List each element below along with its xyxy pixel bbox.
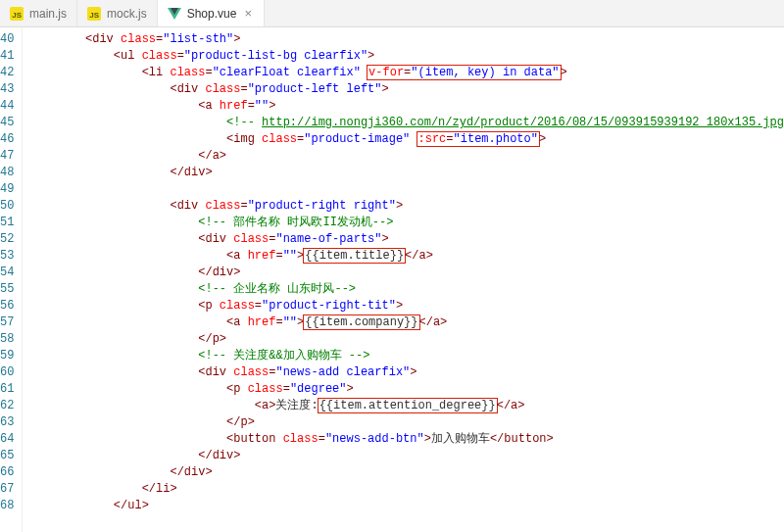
line-number: 57 <box>0 314 14 331</box>
token: "product-right right" <box>248 199 396 213</box>
code-line[interactable] <box>28 181 784 198</box>
js-file-icon: JS <box>87 7 101 21</box>
line-number: 44 <box>0 98 14 115</box>
line-number: 63 <box>0 414 14 431</box>
tab-shop-vue[interactable]: Shop.vue× <box>158 0 265 26</box>
close-icon[interactable]: × <box>242 6 254 21</box>
code-line[interactable]: <ul class="product-list-bg clearfix"> <box>28 48 784 65</box>
code-editor[interactable]: 4041424344454647484950515253545556575859… <box>0 27 784 532</box>
code-line[interactable]: <li class="clearFloat clearfix" v-for="(… <box>28 65 784 81</box>
token <box>240 315 247 329</box>
token: <button <box>226 432 275 446</box>
code-line[interactable]: </p> <box>28 331 784 348</box>
line-number: 66 <box>0 464 14 481</box>
code-line[interactable]: <img class="product-image" :src="item.ph… <box>28 131 784 148</box>
token: </ul> <box>114 499 149 512</box>
token: class <box>205 199 240 213</box>
token: <div <box>170 199 198 213</box>
code-line[interactable]: </div> <box>28 265 784 281</box>
token: </div> <box>198 266 240 279</box>
code-line[interactable]: <div class="product-left left"> <box>28 81 784 98</box>
token: > <box>269 99 275 113</box>
token: class <box>262 132 297 146</box>
code-line[interactable]: <p class="product-right-tit"> <box>28 298 784 314</box>
token: <a> <box>255 399 276 412</box>
token: <!-- 企业名称 山东时风--> <box>198 282 356 296</box>
token: <a <box>198 99 212 113</box>
token: </div> <box>198 449 240 462</box>
code-line[interactable]: </p> <box>28 414 784 431</box>
token: <div <box>198 232 226 246</box>
highlight-box: v-for="(item, key) in data" <box>367 65 561 80</box>
line-number: 53 <box>0 248 14 265</box>
line-number: 52 <box>0 231 14 248</box>
token: = <box>240 82 247 96</box>
code-line[interactable]: </div> <box>28 165 784 181</box>
code-line[interactable]: <div class="list-sth"> <box>28 31 784 48</box>
token: > <box>233 32 240 46</box>
token: = <box>318 432 325 446</box>
token: "clearFloat clearfix" <box>213 66 361 79</box>
tab-main-js[interactable]: JSmain.js <box>0 0 77 26</box>
line-number: 45 <box>0 115 14 131</box>
token: <div <box>170 82 198 96</box>
code-line[interactable]: <a href="">{{item.title}}</a> <box>28 248 784 265</box>
code-line[interactable]: <!-- 关注度&&加入购物车 --> <box>28 348 784 364</box>
token: </a> <box>405 249 433 263</box>
token: </p> <box>198 332 226 346</box>
token: http://img.nongji360.com/n/zyd/product/2… <box>262 116 784 129</box>
line-number: 42 <box>0 65 14 81</box>
code-line[interactable]: </a> <box>28 148 784 165</box>
code-line[interactable]: </div> <box>28 448 784 464</box>
code-line[interactable]: <!-- http://img.nongji360.com/n/zyd/prod… <box>28 115 784 131</box>
token <box>240 249 247 263</box>
token: = <box>283 382 290 396</box>
token: <!-- <box>226 116 262 129</box>
code-line[interactable]: <a>关注度:{{item.attention_degree}}</a> <box>28 398 784 414</box>
code-line[interactable]: </li> <box>28 481 784 498</box>
token: "news-add-btn" <box>325 432 424 446</box>
code-line[interactable]: </div> <box>28 464 784 481</box>
line-number: 49 <box>0 181 14 198</box>
token: "product-right-tit" <box>262 299 396 313</box>
line-number: 51 <box>0 215 14 231</box>
token: <ul <box>114 49 135 63</box>
line-number: 55 <box>0 281 14 298</box>
code-area[interactable]: <div class="list-sth"> <ul class="produc… <box>23 27 784 532</box>
token: = <box>255 299 262 313</box>
highlight-box: :src="item.photo" <box>416 131 540 147</box>
code-line[interactable]: </ul> <box>28 498 784 514</box>
line-number: 67 <box>0 481 14 498</box>
token: </div> <box>170 465 212 479</box>
code-line[interactable]: <a href="">{{item.company}}</a> <box>28 314 784 331</box>
token: </a> <box>419 315 448 329</box>
line-number: 59 <box>0 348 14 364</box>
code-line[interactable]: <!-- 企业名称 山东时风--> <box>28 281 784 298</box>
token <box>134 49 141 63</box>
js-file-icon: JS <box>10 7 24 21</box>
tab-label: mock.js <box>107 7 147 21</box>
code-line[interactable]: <div class="product-right right"> <box>28 198 784 215</box>
token: v-for <box>368 66 404 79</box>
token: class <box>233 365 269 379</box>
code-line[interactable]: <div class="news-add clearfix"> <box>28 364 784 381</box>
line-number: 54 <box>0 265 14 281</box>
tab-mock-js[interactable]: JSmock.js <box>77 0 158 26</box>
token: = <box>205 66 212 79</box>
token: </li> <box>142 482 177 496</box>
code-line[interactable]: <p class="degree"> <box>28 381 784 398</box>
code-line[interactable]: <!-- 部件名称 时风欧II发动机--> <box>28 215 784 231</box>
token: "list-sth" <box>163 32 233 46</box>
token: href <box>220 99 248 113</box>
token <box>275 432 282 446</box>
code-line[interactable]: <div class="name-of-parts"> <box>28 231 784 248</box>
code-line[interactable]: <button class="news-add-btn">加入购物车</butt… <box>28 431 784 448</box>
token: 加入购物车 <box>431 432 490 446</box>
token: class <box>248 382 283 396</box>
line-number: 48 <box>0 165 14 181</box>
token: > <box>424 432 431 446</box>
token: <img <box>226 132 255 146</box>
code-line[interactable]: <a href=""> <box>28 98 784 115</box>
highlight-box: {{item.company}} <box>303 314 419 330</box>
token: </button> <box>490 432 554 446</box>
